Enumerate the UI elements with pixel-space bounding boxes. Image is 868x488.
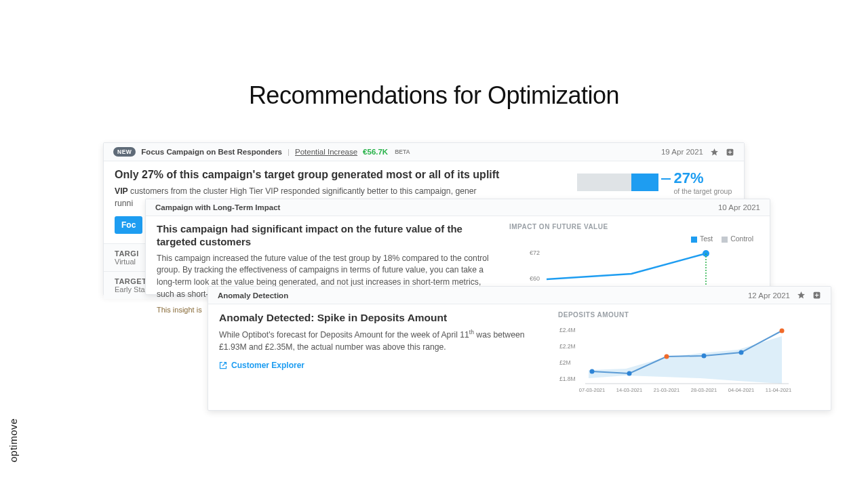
- external-link-icon: [219, 361, 227, 369]
- svg-text:14-03-2021: 14-03-2021: [616, 387, 642, 393]
- svg-point-20: [780, 329, 785, 333]
- card-date: 10 Apr 2021: [718, 203, 760, 211]
- svg-point-18: [739, 350, 744, 355]
- card-header: NEW Focus Campaign on Best Responders | …: [104, 143, 744, 161]
- separator: |: [288, 148, 290, 156]
- svg-rect-2: [728, 151, 732, 152]
- svg-point-17: [702, 354, 707, 359]
- focus-button[interactable]: Foc: [115, 216, 142, 234]
- star-icon[interactable]: [710, 148, 719, 157]
- card-header-title: Campaign with Long-Term Impact: [155, 203, 280, 211]
- deposits-chart: DEPOSITS AMOUNT £2.4M £2.2M £2M £1.8M: [558, 311, 795, 400]
- svg-text:£2M: £2M: [559, 359, 571, 366]
- new-badge: NEW: [113, 147, 136, 157]
- add-icon[interactable]: [726, 148, 734, 157]
- add-icon[interactable]: [812, 291, 821, 300]
- card-header: Anomaly Detection 12 Apr 2021: [208, 287, 831, 304]
- svg-text:€72: €72: [530, 249, 540, 256]
- svg-text:£1.8M: £1.8M: [559, 375, 576, 382]
- chart-svg: £2.4M £2.2M £2M £1.8M 07-03-2021: [558, 323, 795, 397]
- card-date: 12 Apr 2021: [748, 291, 790, 300]
- insight-description: While Optibot's forecast for Deposits Am…: [219, 328, 545, 353]
- svg-text:£2.4M: £2.4M: [559, 327, 576, 333]
- brand-logo: optimove: [7, 418, 19, 462]
- svg-text:£2.2M: £2.2M: [559, 343, 576, 350]
- card-date: 19 Apr 2021: [661, 148, 703, 156]
- potential-increase-label[interactable]: Potential Increase: [295, 148, 357, 156]
- svg-text:21-03-2021: 21-03-2021: [654, 387, 679, 393]
- svg-text:€60: €60: [530, 275, 540, 282]
- star-icon[interactable]: [797, 291, 806, 300]
- page-title: Recommendations for Optimization: [0, 81, 868, 110]
- svg-text:07-03-2021: 07-03-2021: [579, 387, 605, 393]
- bar-fill: [631, 174, 658, 191]
- svg-rect-9: [815, 295, 818, 296]
- svg-point-16: [627, 371, 632, 376]
- chart-svg: €72 €60: [509, 245, 753, 286]
- chart-legend: Test Control: [509, 235, 753, 243]
- legend-swatch-control: [722, 237, 728, 243]
- card-header-title: Focus Campaign on Best Responders: [141, 148, 282, 156]
- insight-card-anomaly: Anomaly Detection 12 Apr 2021 Anomaly De…: [208, 286, 831, 411]
- svg-text:11-04-2021: 11-04-2021: [766, 387, 791, 393]
- svg-text:04-04-2021: 04-04-2021: [728, 387, 754, 393]
- customer-explorer-link[interactable]: Customer Explorer: [219, 361, 304, 370]
- beta-badge: BETA: [393, 148, 410, 155]
- bar-sub: of the target group: [673, 187, 732, 195]
- svg-text:28-03-2021: 28-03-2021: [691, 387, 717, 393]
- insight-card-long-term-impact: Campaign with Long-Term Impact 10 Apr 20…: [145, 199, 770, 295]
- bar-track: [577, 174, 658, 191]
- chart-title: DEPOSITS AMOUNT: [558, 311, 795, 319]
- card-header-title: Anomaly Detection: [218, 291, 288, 300]
- svg-point-15: [590, 369, 595, 374]
- insight-headline: Only 27% of this campaign's target group…: [115, 168, 564, 182]
- bar-percent: 27%: [673, 169, 732, 187]
- card-header: Campaign with Long-Term Impact 10 Apr 20…: [146, 199, 770, 216]
- insight-headline: Anomaly Detected: Spike in Deposits Amou…: [219, 311, 545, 324]
- insight-headline: This campaign had significant impact on …: [157, 223, 496, 249]
- svg-point-19: [665, 354, 669, 359]
- chart-title: IMPACT ON FUTURE VALUE: [509, 223, 753, 230]
- potential-increase-value: €56.7K: [363, 148, 388, 156]
- legend-swatch-test: [691, 237, 697, 243]
